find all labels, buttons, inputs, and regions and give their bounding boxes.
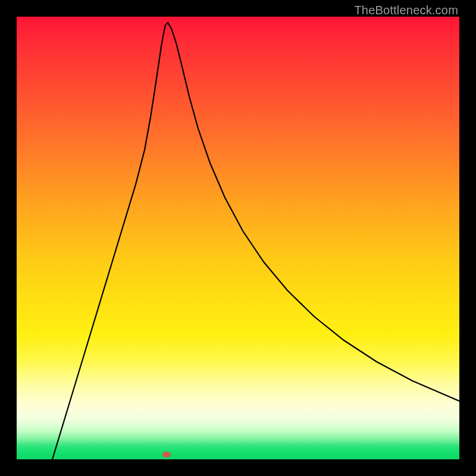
minimum-marker [162,452,171,458]
bottleneck-curve [52,23,459,459]
chart-frame: TheBottleneck.com [0,0,476,476]
curve-svg [17,17,459,459]
plot-area [17,17,459,459]
watermark-text: TheBottleneck.com [354,4,458,17]
